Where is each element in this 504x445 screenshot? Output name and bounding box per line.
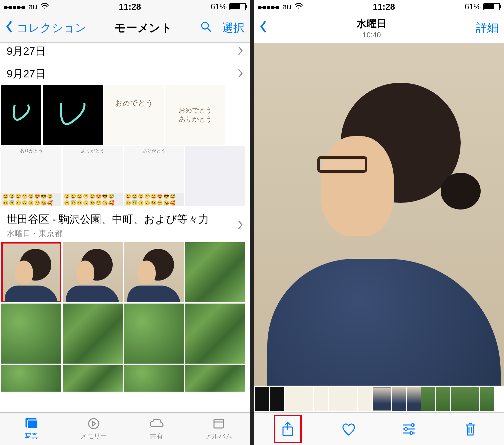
filmstrip-thumb[interactable] — [392, 387, 406, 411]
status-left: au — [258, 2, 303, 11]
photo-thumb[interactable] — [63, 365, 123, 392]
chevron-right-icon — [237, 46, 243, 57]
section-header[interactable]: 世田谷区 - 駒沢公園、中町、および等々力 水曜日・東京都 — [0, 207, 250, 242]
carrier-label: au — [282, 2, 291, 11]
photo-thumb[interactable] — [185, 146, 245, 206]
select-button[interactable]: 選択 — [222, 20, 245, 36]
filmstrip-thumb[interactable] — [255, 387, 269, 411]
tab-label: 共有 — [150, 432, 163, 441]
photo-thumb[interactable] — [1, 85, 41, 145]
emoji-row: 😀😃😄😁😆😍😎😅 — [1, 193, 61, 199]
filmstrip-thumb[interactable] — [358, 387, 372, 411]
battery-icon — [483, 3, 500, 10]
filmstrip-thumb[interactable] — [480, 387, 494, 411]
photo-toolbar — [254, 412, 504, 445]
thumb-label: おめでとう ありがとう — [165, 85, 225, 145]
photo-thumb-selected[interactable] — [1, 242, 61, 302]
photo-thumb[interactable]: おめでとう ありがとう — [165, 85, 225, 145]
photos-icon — [23, 417, 39, 430]
photo-thumb[interactable] — [63, 304, 123, 364]
photo-thumb[interactable]: ありがとう 😀😃😄😁😆😍😎😅 😊😇🙂🙃😉😌😘🥰 — [1, 146, 61, 206]
filmstrip-thumb[interactable] — [343, 387, 357, 411]
photo-thumb[interactable] — [185, 242, 245, 302]
thumb-label: ありがとう — [1, 146, 61, 170]
screenshot-divider — [250, 0, 254, 445]
photo-thumb[interactable] — [1, 365, 61, 392]
section-title: 9月27日 — [7, 44, 46, 59]
tab-shared[interactable]: 共有 — [125, 413, 188, 445]
tab-bar: 写真 メモリー 共有 アルバム — [0, 412, 250, 445]
status-time: 11:28 — [373, 2, 395, 12]
filmstrip-thumb[interactable] — [451, 387, 465, 411]
emoji-row: 😊😇🙂🙃😉😌😘🥰 — [124, 199, 184, 206]
photo-thumb[interactable] — [63, 242, 123, 302]
photo-thumb[interactable] — [124, 304, 184, 364]
photo-thumb[interactable] — [1, 304, 61, 364]
tab-label: 写真 — [25, 432, 38, 441]
tab-label: メモリー — [80, 432, 107, 441]
photo-thumb[interactable] — [124, 365, 184, 392]
phone-detail: au 11:28 61% 水曜日 10:40 詳細 — [254, 0, 504, 445]
chevron-left-icon — [259, 20, 267, 36]
thumb-grid — [0, 242, 250, 393]
status-time: 11:28 — [119, 2, 141, 12]
filmstrip-thumb[interactable] — [270, 387, 284, 411]
photo-thumb[interactable]: ありがとう 😀😃😄😁😆😍😎😅 😊😇🙂🙃😉😌😘🥰 — [63, 146, 123, 206]
filmstrip-thumb[interactable] — [407, 387, 421, 411]
details-button[interactable]: 詳細 — [476, 20, 499, 36]
phone-moments: au 11:28 61% コレクション モーメント 選択 9月27日 — [0, 0, 250, 445]
section-header[interactable]: 9月27日 — [0, 43, 250, 62]
filmstrip-thumb[interactable] — [314, 387, 328, 411]
signal-dots-icon — [4, 2, 26, 11]
memories-icon — [86, 417, 102, 430]
back-button[interactable]: コレクション — [5, 20, 87, 36]
photo-viewer[interactable] — [254, 43, 504, 386]
section-title: 9月27日 — [7, 67, 46, 81]
filmstrip-thumb[interactable] — [329, 387, 343, 411]
tab-label: アルバム — [205, 432, 232, 441]
albums-icon — [211, 417, 227, 430]
svg-point-8 — [410, 432, 413, 434]
edit-button[interactable] — [396, 416, 423, 442]
filmstrip-thumb[interactable] — [465, 387, 479, 411]
tab-memories[interactable]: メモリー — [63, 413, 125, 445]
chevron-right-icon — [237, 68, 243, 80]
section-header[interactable]: 9月27日 — [0, 62, 250, 85]
emoji-row: 😀😃😄😁😆😍😎😅 — [124, 193, 184, 199]
photo-thumb[interactable] — [124, 242, 184, 302]
emoji-row: 😊😇🙂🙃😉😌😘🥰 — [63, 199, 123, 206]
photo-thumb[interactable] — [185, 365, 245, 392]
filmstrip-thumb[interactable] — [421, 387, 435, 411]
carrier-label: au — [28, 2, 37, 11]
thumb-grid: おめでとう おめでとう ありがとう ありがとう 😀😃😄😁😆😍😎😅 😊😇🙂🙃😉😌😘… — [0, 85, 250, 207]
back-button[interactable] — [259, 20, 267, 36]
delete-button[interactable] — [457, 416, 484, 442]
svg-rect-2 — [28, 420, 38, 429]
filmstrip[interactable] — [254, 386, 504, 412]
filmstrip-thumb[interactable] — [299, 387, 313, 411]
photo-thumb[interactable]: ありがとう 😀😃😄😁😆😍😎😅 😊😇🙂🙃😉😌😘🥰 — [124, 146, 184, 206]
filmstrip-thumb-active[interactable] — [373, 387, 391, 411]
moments-scroll[interactable]: 9月27日 9月27日 おめでとう おめでとう ありがとう ありがとう — [0, 43, 250, 412]
tab-photos[interactable]: 写真 — [0, 413, 63, 445]
wifi-icon — [40, 2, 49, 11]
nav-subtitle: 10:40 — [267, 31, 476, 39]
photo-thumb[interactable]: おめでとう — [104, 85, 164, 145]
thumb-label: おめでとう — [104, 85, 164, 145]
share-button[interactable] — [274, 416, 301, 442]
status-bar: au 11:28 61% — [0, 0, 250, 13]
svg-rect-4 — [214, 419, 223, 428]
tab-albums[interactable]: アルバム — [188, 413, 250, 445]
search-button[interactable] — [200, 21, 212, 35]
chevron-right-icon — [237, 220, 243, 231]
favorite-button[interactable] — [335, 416, 362, 442]
section-subtitle: 水曜日・東京都 — [7, 228, 209, 239]
filmstrip-thumb[interactable] — [436, 387, 450, 411]
photo-thumb[interactable] — [185, 304, 245, 364]
status-right: 61% — [211, 2, 246, 11]
filmstrip-thumb[interactable] — [285, 387, 299, 411]
wifi-icon — [294, 2, 303, 11]
back-label: コレクション — [17, 20, 87, 36]
photo-thumb[interactable] — [43, 85, 103, 145]
svg-point-6 — [411, 424, 414, 426]
